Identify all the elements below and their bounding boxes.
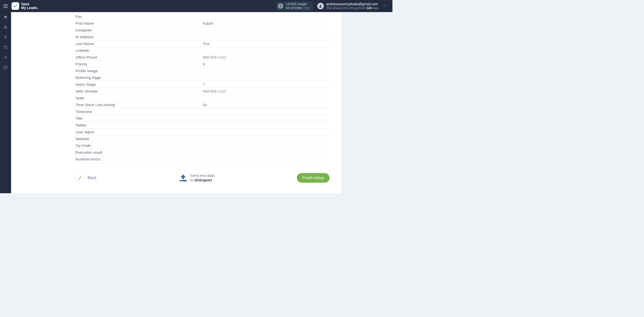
sidebar-item-account[interactable] xyxy=(0,52,11,62)
field-label: Website xyxy=(75,137,203,141)
dollar-icon xyxy=(3,35,8,39)
field-value: 949-555-1212 xyxy=(203,89,330,93)
field-label: Priority xyxy=(75,62,203,66)
leads-usage-widget[interactable]: i LEADS usage: 59 of 5'000 (1%) xyxy=(276,2,313,11)
user-email: andrewsavemyleads@gmail.com xyxy=(326,2,379,6)
leads-max: 5'000 xyxy=(294,6,302,10)
briefcase-icon xyxy=(3,45,8,50)
leads-usage-title: LEADS usage: xyxy=(286,2,310,6)
field-label: Linkedin xyxy=(75,48,203,53)
field-label: Timezone xyxy=(75,109,203,114)
field-value: Test xyxy=(203,42,330,46)
content-card: FaxFirst NameKajabiInstagramIP AddressLa… xyxy=(11,12,341,193)
field-value: Kajabi xyxy=(203,21,330,25)
field-list: FaxFirst NameKajabiInstagramIP AddressLa… xyxy=(75,12,330,163)
field-row: Instagram xyxy=(75,27,330,33)
field-row: Referring Page xyxy=(75,74,330,81)
field-row: First NameKajabi xyxy=(75,20,330,27)
svg-rect-3 xyxy=(181,180,181,181)
field-row: Execution result xyxy=(75,149,330,156)
leads-pct: (1%) xyxy=(303,6,310,10)
plan-mid: | left until payment xyxy=(341,6,367,10)
field-row: Runtime errors xyxy=(75,156,330,163)
field-row: Title xyxy=(75,115,330,122)
sidebar-item-home[interactable] xyxy=(0,12,11,22)
main-canvas: FaxFirst NameKajabiInstagramIP AddressLa… xyxy=(11,12,392,193)
field-row: Twitter xyxy=(75,122,330,129)
user-icon xyxy=(318,4,323,8)
chevron-down-icon xyxy=(382,4,386,8)
field-row: Last NameTest xyxy=(75,40,330,47)
sidebar-item-billing[interactable] xyxy=(0,32,11,42)
field-row: Timezone xyxy=(75,108,330,115)
field-label: Instagram xyxy=(75,28,203,32)
field-row: Linkedin xyxy=(75,47,330,54)
plan-name: Basic xyxy=(334,6,341,10)
plan-prefix: Plan | xyxy=(326,6,334,10)
field-row: Office Phone949-555-1212 xyxy=(75,54,330,61)
field-label: Zip Code xyxy=(75,143,203,148)
field-row: State xyxy=(75,95,330,101)
field-value: 63 xyxy=(203,103,330,107)
sidebar xyxy=(0,12,11,193)
sitemap-icon xyxy=(3,25,8,29)
field-row: IP Address xyxy=(75,33,330,40)
field-label: Fax xyxy=(75,14,203,19)
field-row: Sales Stage7 xyxy=(75,81,330,88)
field-label: Referring Page xyxy=(75,75,203,80)
topbar: Save My Leads. i LEADS usage: 59 of 5'00… xyxy=(0,0,392,12)
svg-point-1 xyxy=(5,56,6,58)
finish-setup-button[interactable]: Finish setup xyxy=(297,173,330,183)
field-label: Last Name xyxy=(75,42,203,46)
info-icon: i xyxy=(278,3,283,9)
leads-used: 59 xyxy=(286,6,289,10)
pencil-circle xyxy=(75,173,85,183)
check-icon xyxy=(13,4,18,8)
logo-text: Save My Leads. xyxy=(21,2,38,10)
field-label: User Agent xyxy=(75,130,203,134)
field-label: Office Phone xyxy=(75,55,203,59)
field-row: User Agent xyxy=(75,129,330,135)
send-line2-prefix: to xyxy=(190,178,194,182)
field-label: Title xyxy=(75,116,203,121)
field-label: Execution result xyxy=(75,150,203,154)
pencil-icon xyxy=(78,176,82,180)
field-row: Time Since Last Activity63 xyxy=(75,101,330,108)
field-label: Twitter xyxy=(75,123,203,127)
plan-days-suffix: days xyxy=(372,6,379,10)
field-row: Fax xyxy=(75,13,330,20)
field-label: Time Since Last Activity xyxy=(75,103,203,107)
send-line1: Send test data xyxy=(190,173,215,178)
back-label: Back xyxy=(88,176,97,180)
field-row: Profile Image xyxy=(75,67,330,74)
logo-badge xyxy=(12,2,19,10)
svg-point-0 xyxy=(320,5,321,6)
field-row: Priority8 xyxy=(75,61,330,67)
sidebar-item-connections[interactable] xyxy=(0,22,11,32)
field-label: IP Address xyxy=(75,35,203,39)
upload-icon xyxy=(179,173,188,182)
plan-line: Plan |Basic| left until payment 124 days xyxy=(326,6,379,10)
brand-line1: Save xyxy=(21,2,38,6)
field-label: Sales Stage xyxy=(75,82,203,87)
field-value: 7 xyxy=(203,82,330,87)
user-menu[interactable]: andrewsavemyleads@gmail.com Plan |Basic|… xyxy=(317,2,389,10)
field-label: SMS Number xyxy=(75,89,203,93)
sidebar-item-help[interactable] xyxy=(0,62,11,72)
leads-usage-value: 59 of 5'000 (1%) xyxy=(286,6,310,10)
home-icon xyxy=(3,15,8,19)
brand-line2: My Leads. xyxy=(21,6,38,10)
back-button[interactable]: Back xyxy=(75,173,97,183)
field-row: SMS Number949-555-1212 xyxy=(75,88,330,95)
logo[interactable]: Save My Leads. xyxy=(12,2,38,10)
hamburger-menu[interactable] xyxy=(0,0,11,12)
user-icon xyxy=(3,55,8,60)
sidebar-item-briefcase[interactable] xyxy=(0,42,11,52)
plan-days: 124 xyxy=(367,6,372,10)
help-icon xyxy=(3,65,8,70)
svg-rect-4 xyxy=(182,180,182,181)
action-bar: Back Send test data to xyxy=(75,173,330,183)
send-dest: Ontraport xyxy=(194,178,212,182)
field-value: 949-555-1212 xyxy=(203,55,330,59)
send-test-button[interactable]: Send test data to Ontraport xyxy=(179,173,215,182)
